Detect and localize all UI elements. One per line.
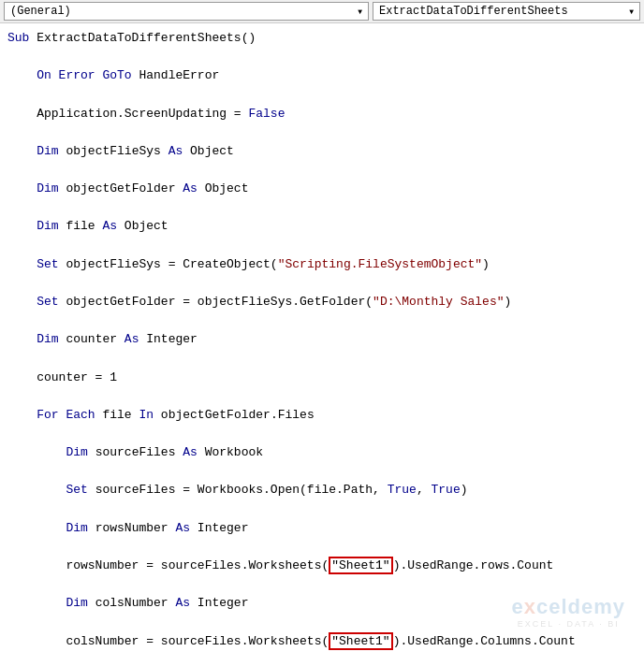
- code-line: Dim objectFlieSys As Object: [7, 142, 637, 161]
- code-line: colsNumber = sourceFiles.Worksheets("She…: [7, 632, 637, 651]
- code-line: Set objectFlieSys = CreateObject("Script…: [7, 255, 637, 274]
- code-line: rowsNumber = sourceFiles.Worksheets("She…: [7, 557, 637, 575]
- code-line: Set sourceFiles = Workbooks.Open(file.Pa…: [7, 481, 637, 500]
- code-line: Dim sourceFiles As Workbook: [7, 443, 637, 462]
- code-line: counter = 1: [7, 369, 637, 387]
- code-line: Dim rowsNumber As Integer: [7, 519, 637, 538]
- code-line: Application.ScreenUpdating = False: [7, 105, 637, 123]
- dropdown-general-label: (General): [10, 5, 71, 18]
- dropdown-general[interactable]: (General) ▼: [4, 2, 369, 21]
- code-line: Dim counter As Integer: [7, 330, 637, 349]
- code-line: Dim colsNumber As Integer: [7, 594, 637, 613]
- code-line: Dim file As Object: [7, 217, 637, 236]
- code-line: On Error GoTo HandleError: [7, 66, 637, 85]
- dropdown-proc[interactable]: ExtractDataToDifferentSheets ▼: [373, 2, 640, 21]
- code-line: For Each file In objectGetFolder.Files: [7, 406, 637, 425]
- toolbar: (General) ▼ ExtractDataToDifferentSheets…: [0, 0, 644, 23]
- dropdown-general-arrow: ▼: [358, 7, 362, 16]
- code-area: Sub ExtractDataToDifferentSheets() On Er…: [0, 23, 644, 661]
- code-line: Set objectGetFolder = objectFlieSys.GetF…: [7, 293, 637, 311]
- code-line: Sub ExtractDataToDifferentSheets(): [7, 29, 637, 48]
- dropdown-proc-arrow: ▼: [629, 7, 634, 16]
- dropdown-proc-label: ExtractDataToDifferentSheets: [379, 5, 568, 18]
- code-line: Dim objectGetFolder As Object: [7, 180, 637, 198]
